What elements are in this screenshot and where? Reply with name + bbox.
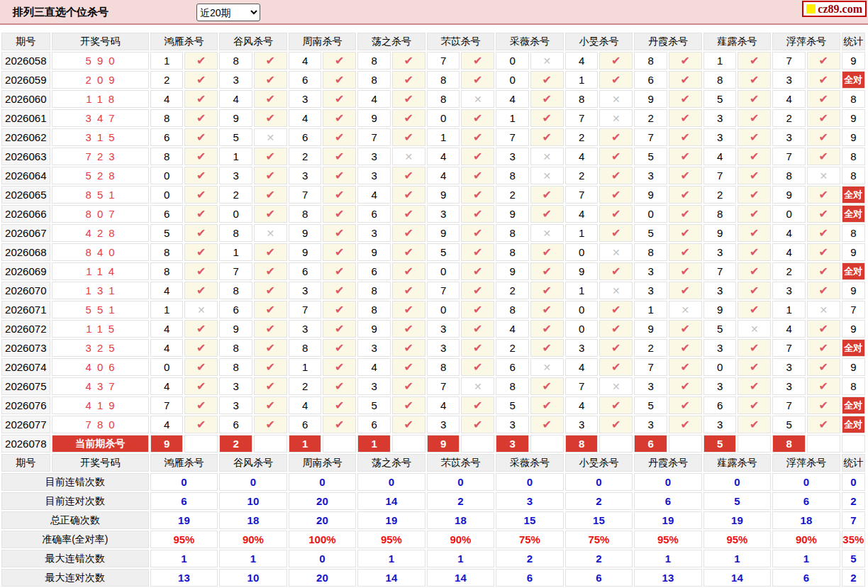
result-mark-cell: ✔ xyxy=(323,377,356,395)
col-header-expert: 周南杀号 xyxy=(289,33,357,50)
kill-number-cell: 9 xyxy=(289,243,322,261)
stat-total-cell: 2 xyxy=(842,569,865,587)
period-cell: 2026068 xyxy=(1,243,50,261)
kill-number-cell: 1 xyxy=(565,282,599,299)
check-icon: ✔ xyxy=(404,189,413,201)
kill-number-cell: 3 xyxy=(703,128,737,146)
check-icon: ✔ xyxy=(819,74,828,86)
check-icon: ✔ xyxy=(335,418,344,431)
kill-number-cell: 3 xyxy=(357,377,391,395)
result-mark-cell: ✔ xyxy=(323,128,356,146)
kill-number-cell: 8 xyxy=(219,282,252,299)
check-icon: ✔ xyxy=(266,150,275,162)
result-mark-cell: ✔ xyxy=(530,109,564,127)
result-mark-cell: ✔ xyxy=(184,339,218,357)
winning-number-cell: 807 xyxy=(52,205,149,223)
kill-number-cell: 4 xyxy=(357,358,391,376)
result-mark-cell: ✔ xyxy=(323,339,356,357)
kill-number-cell: 3 xyxy=(496,416,529,433)
result-mark-cell: ✔ xyxy=(738,339,771,357)
stat-value-cell: 5 xyxy=(703,492,772,510)
result-mark-cell: ✔ xyxy=(184,71,218,89)
stat-value-cell: 2 xyxy=(565,492,633,510)
winning-number-cell: 851 xyxy=(52,186,149,204)
check-icon: ✔ xyxy=(335,265,344,277)
kill-number-cell: 8 xyxy=(219,358,252,376)
kill-number-cell: 5 xyxy=(357,396,391,414)
check-icon: ✔ xyxy=(473,227,482,239)
result-mark-cell: ✔ xyxy=(599,416,633,433)
result-mark-cell: ✔ xyxy=(184,243,218,261)
winning-number-cell: 347 xyxy=(52,109,149,127)
kill-number-cell: 8 xyxy=(634,243,667,261)
kill-number-cell: 3 xyxy=(357,148,391,165)
result-mark-cell: ✔ xyxy=(392,167,425,184)
cross-icon: ✕ xyxy=(612,94,621,105)
check-icon: ✔ xyxy=(266,265,275,277)
check-icon: ✔ xyxy=(750,131,759,143)
col-header-expert: 谷风杀号 xyxy=(219,454,287,472)
check-icon: ✔ xyxy=(335,131,344,143)
result-mark-cell: ✔ xyxy=(669,377,702,395)
period-cell: 2026071 xyxy=(1,301,50,318)
check-icon: ✔ xyxy=(819,342,828,354)
kill-number-cell: 3 xyxy=(634,262,667,280)
check-icon: ✔ xyxy=(404,418,413,431)
check-icon: ✔ xyxy=(473,208,482,220)
result-mark-cell: ✔ xyxy=(184,224,218,242)
result-mark-cell: ✔ xyxy=(461,416,494,433)
kill-number-cell: 3 xyxy=(772,128,806,146)
check-icon: ✔ xyxy=(473,131,482,143)
kill-number-cell: 2 xyxy=(289,377,322,395)
table-row: 20260754374✔3✔2✔3✔7✕8✔7✕3✔3✔3✔8 xyxy=(1,377,865,395)
result-mark-cell: ✔ xyxy=(323,320,356,338)
stat-value-cell: 18 xyxy=(427,511,495,529)
result-mark-cell: ✔ xyxy=(184,416,218,433)
result-mark-cell: ✔ xyxy=(599,128,633,146)
stat-value-cell: 19 xyxy=(703,511,772,529)
check-icon: ✔ xyxy=(819,418,828,431)
winning-number-cell: 551 xyxy=(52,301,149,318)
site-logo[interactable]: cz89.com xyxy=(802,1,867,17)
stat-value-cell: 100% xyxy=(289,531,357,548)
check-icon: ✔ xyxy=(542,399,552,411)
kill-number-cell: 2 xyxy=(219,186,252,204)
kill-number-cell: 6 xyxy=(219,416,252,433)
check-icon: ✔ xyxy=(404,399,413,411)
kill-number-cell: 2 xyxy=(496,186,529,204)
kill-number-cell: 4 xyxy=(219,90,252,108)
kill-number-cell: 0 xyxy=(634,205,667,223)
period-range-select[interactable]: 近20期 xyxy=(196,4,260,21)
result-mark-cell: ✕ xyxy=(254,128,287,146)
kill-number-cell: 0 xyxy=(565,301,599,318)
col-header-expert: 鸿雁杀号 xyxy=(150,33,218,50)
stat-value-cell: 6 xyxy=(150,492,218,510)
check-icon: ✔ xyxy=(542,304,552,316)
winning-number-cell: 437 xyxy=(52,377,149,395)
check-icon: ✔ xyxy=(266,304,275,316)
stat-value-cell: 6 xyxy=(772,569,840,587)
check-icon: ✔ xyxy=(611,170,621,182)
period-cell: 2026059 xyxy=(1,71,50,89)
kill-number-cell: 0 xyxy=(496,52,529,70)
cross-icon: ✕ xyxy=(819,170,828,182)
table-row: 20260721154✔9✔3✔9✔3✔4✔0✔9✔5✕4✔9 xyxy=(1,320,865,338)
kill-number-cell: 2 xyxy=(289,148,322,165)
stat-full-badge: 全对 xyxy=(842,339,865,357)
kill-number-cell: 4 xyxy=(150,90,184,108)
col-header-expert: 芣苡杀号 xyxy=(427,454,495,472)
check-icon: ✔ xyxy=(819,208,828,220)
check-icon: ✔ xyxy=(611,342,621,354)
kill-number-cell: 3 xyxy=(219,167,252,184)
check-icon: ✔ xyxy=(819,246,828,258)
kill-number-cell: 7 xyxy=(289,186,322,204)
kill-number-cell: 3 xyxy=(703,339,737,357)
kill-number-cell: 7 xyxy=(772,148,806,165)
result-mark-cell: ✔ xyxy=(323,109,356,127)
kill-number-cell: 5 xyxy=(703,320,737,338)
result-mark-cell: ✔ xyxy=(184,205,218,223)
result-mark-cell: ✔ xyxy=(323,358,356,376)
result-mark-cell: ✔ xyxy=(669,148,702,165)
check-icon: ✔ xyxy=(196,380,206,392)
check-icon: ✔ xyxy=(542,131,552,143)
